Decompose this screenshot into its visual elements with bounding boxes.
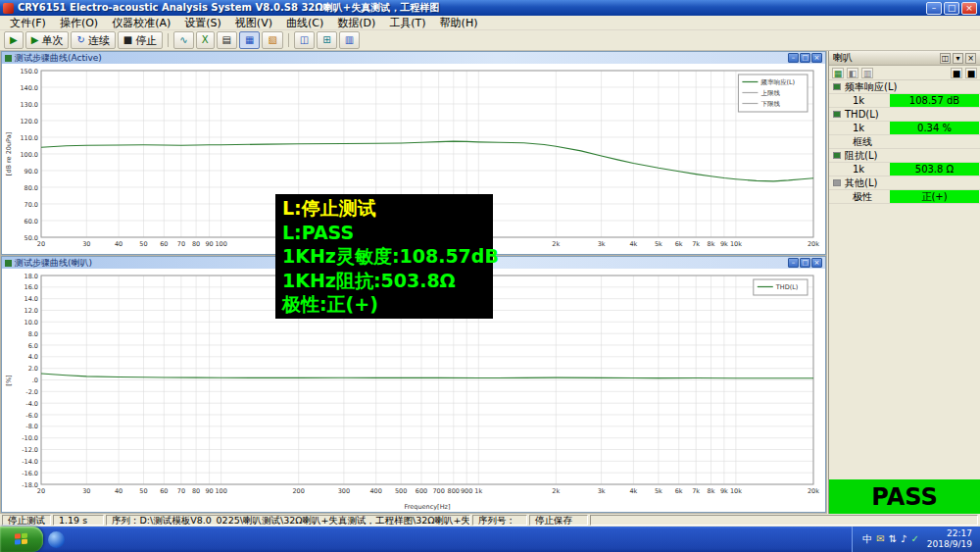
svg-text:-16.0: -16.0 <box>22 470 38 477</box>
section-header-frequency-response[interactable]: 频率响应(L) <box>829 80 980 94</box>
chart-close-button[interactable]: × <box>811 258 822 268</box>
panel-layout-icon[interactable]: ◧ <box>847 68 858 78</box>
panel-header[interactable]: 喇叭 ◫ ▾ × <box>829 51 980 66</box>
volume-icon[interactable]: ♪ <box>901 534 906 544</box>
grid-layout-button[interactable]: ⊞ <box>317 31 336 49</box>
measurement-value: 503.8 Ω <box>890 163 979 176</box>
panel-marker-icon[interactable]: ■ <box>965 68 977 78</box>
continuous-test-icon: ↻ <box>76 35 84 45</box>
start-button[interactable] <box>0 527 43 552</box>
svg-text:4k: 4k <box>629 487 637 495</box>
window-titlebar[interactable]: CRY6151 Electro-acoustic Analysis System… <box>0 0 980 16</box>
overlay-pass-line: L:PASS <box>282 221 486 245</box>
menu-settings[interactable]: 设置(S) <box>177 16 228 30</box>
menu-data[interactable]: 数据(D) <box>330 16 382 30</box>
close-button[interactable]: × <box>961 2 977 15</box>
section-header-thd[interactable]: THD(L) <box>829 108 980 122</box>
svg-text:Frequency[Hz]: Frequency[Hz] <box>405 503 451 511</box>
menu-view[interactable]: 视图(V) <box>228 16 279 30</box>
menu-help[interactable]: 帮助(H) <box>433 16 485 30</box>
panel-pin-icon[interactable]: ▾ <box>953 53 963 64</box>
chart-window-title: 测试步骤曲线(喇叭) <box>15 257 92 270</box>
svg-text:4.0: 4.0 <box>28 353 38 361</box>
svg-text:700: 700 <box>432 487 444 495</box>
measurement-label: 框线 <box>829 135 890 148</box>
menu-file[interactable]: 文件(F) <box>3 16 53 30</box>
network-icon[interactable]: ⇅ <box>889 534 897 544</box>
svg-text:7k: 7k <box>692 487 700 495</box>
overlay-polarity-line: 极性:正(+) <box>282 292 486 317</box>
svg-text:200: 200 <box>292 487 304 495</box>
menu-operation[interactable]: 操作(O) <box>53 16 105 30</box>
columns-view-button[interactable]: ▥ <box>339 31 360 49</box>
section-header-impedance[interactable]: 阻抗(L) <box>829 149 980 163</box>
measurement-label: 1k <box>829 163 890 176</box>
tile-windows-button[interactable]: ◫ <box>294 31 315 49</box>
chart-close-button[interactable]: × <box>811 53 822 63</box>
quick-launch-app-icon[interactable] <box>48 531 65 548</box>
excel-export-button[interactable]: X <box>196 31 215 49</box>
svg-text:10.0: 10.0 <box>24 319 38 326</box>
stop-label: 停止 <box>135 33 157 48</box>
measurement-row[interactable]: 1k 0.34 % <box>829 122 980 135</box>
measurement-row[interactable]: 极性 正(+) <box>829 190 980 204</box>
play-button[interactable]: ▶ <box>4 31 24 49</box>
clock-date: 2018/9/19 <box>927 539 972 550</box>
maximize-button[interactable]: □ <box>944 2 959 15</box>
overlay-status-line: L:停止测试 <box>282 196 486 221</box>
save-button[interactable]: ▦ <box>239 31 260 49</box>
svg-text:3k: 3k <box>598 240 606 248</box>
chart-restore-button[interactable]: □ <box>800 53 810 63</box>
svg-text:-4.0: -4.0 <box>25 400 38 408</box>
open-folder-button[interactable]: ▧ <box>262 31 282 49</box>
measurement-value: 108.57 dB <box>890 94 979 107</box>
menu-calibration[interactable]: 仪器校准(A) <box>105 16 177 30</box>
measurement-row[interactable]: 框线 <box>829 135 980 149</box>
panel-legend-icon[interactable]: ▦ <box>832 68 844 78</box>
results-panel: 喇叭 ◫ ▾ × ▦ ◧ ▥ ■ ■ 频率响应(L) <box>828 51 980 514</box>
panel-toolbar: ▦ ◧ ▥ ■ ■ <box>829 66 980 80</box>
waveform-tool-button[interactable]: ∿ <box>173 31 193 49</box>
measurement-row[interactable]: 1k 108.57 dB <box>829 94 980 108</box>
single-test-label: 单次 <box>41 33 63 48</box>
stop-button[interactable]: ■ 停止 <box>118 31 163 49</box>
ime-icon[interactable]: 中 <box>862 534 872 544</box>
chart-minimize-button[interactable]: – <box>788 258 799 268</box>
measurement-row[interactable]: 1k 503.8 Ω <box>829 163 980 176</box>
svg-text:70: 70 <box>177 487 185 495</box>
panel-rows-icon[interactable]: ▥ <box>861 68 873 78</box>
windows-flag-icon <box>15 533 28 546</box>
panel-menu-icon[interactable]: ◫ <box>940 53 951 64</box>
continuous-test-button[interactable]: ↻ 连续 <box>71 31 115 49</box>
section-header-other[interactable]: 其他(L) <box>829 176 980 190</box>
minimize-button[interactable]: – <box>926 2 942 15</box>
panel-close-icon[interactable]: × <box>965 53 976 64</box>
single-test-button[interactable]: ▶ 单次 <box>25 31 70 49</box>
svg-text:6k: 6k <box>675 240 683 248</box>
tile-windows-icon: ◫ <box>300 35 309 45</box>
svg-text:-12.0: -12.0 <box>22 446 38 454</box>
chart-restore-button[interactable]: □ <box>800 258 810 268</box>
safety-icon[interactable]: ✓ <box>910 534 918 544</box>
menu-tools[interactable]: 工具(T) <box>382 16 432 30</box>
svg-text:-10.0: -10.0 <box>22 434 38 442</box>
panel-marker-icon[interactable]: ■ <box>951 68 962 78</box>
svg-text:20k: 20k <box>808 487 819 495</box>
svg-text:70.0: 70.0 <box>24 201 38 209</box>
series-color-marker <box>833 83 841 90</box>
svg-text:10k: 10k <box>730 240 742 248</box>
svg-text:5k: 5k <box>655 487 662 495</box>
mail-icon[interactable]: ✉ <box>876 534 884 544</box>
svg-text:2.0: 2.0 <box>28 365 38 373</box>
section-title: 阻抗(L) <box>845 149 877 163</box>
pass-indicator: PASS <box>829 479 980 514</box>
section-title: 其他(L) <box>845 176 877 190</box>
report-button[interactable]: ▤ <box>217 31 237 49</box>
chart-window-titlebar[interactable]: 测试步骤曲线(Active) – □ × <box>2 52 825 64</box>
svg-text:100: 100 <box>215 240 226 248</box>
chart-minimize-button[interactable]: – <box>788 53 799 63</box>
svg-text:80: 80 <box>192 487 200 495</box>
svg-text:-18.0: -18.0 <box>22 481 38 489</box>
menu-curve[interactable]: 曲线(C) <box>279 16 330 30</box>
svg-text:-6.0: -6.0 <box>25 412 38 420</box>
